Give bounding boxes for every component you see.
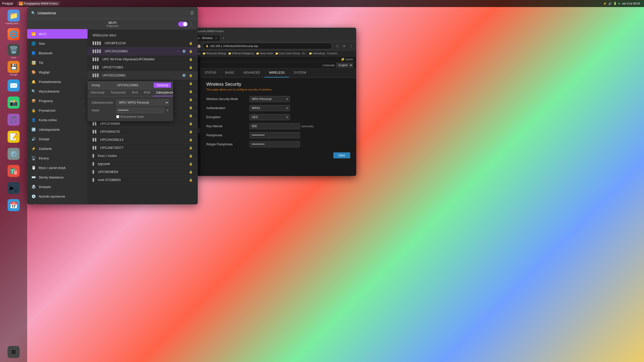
popup-tab-ipv6[interactable]: IPv6: [141, 89, 153, 96]
popup-tab-ipv4[interactable]: IPv4: [129, 89, 141, 96]
network-item-upc501233881[interactable]: ▋▋▋ UPC501233881 ⚙️ 🔒: [88, 71, 198, 79]
signal-icon-1: ▋▋▋▋: [93, 41, 102, 45]
taskbar-network-icon[interactable]: ⚡: [603, 2, 607, 5]
sidebar-item-removable[interactable]: 💿 Nośniki wymienne: [27, 192, 88, 201]
router-save-button[interactable]: Save: [333, 152, 350, 158]
wifi-toggle[interactable]: [178, 22, 188, 27]
photos-icon: 📸: [8, 97, 20, 109]
popup-connect-button[interactable]: Zastosuj: [154, 83, 171, 88]
popup-security-select[interactable]: WPA i WPA2 Personal: [116, 100, 169, 106]
router-tab-system[interactable]: SYSTEM: [289, 68, 310, 77]
sidebar-item-appearance[interactable]: 🎨 Wygląd: [27, 67, 88, 77]
popup-show-password-checkbox[interactable]: [116, 115, 119, 118]
browser-menu-button[interactable]: ⋮: [348, 43, 354, 49]
router-tab-basic[interactable]: BASIC: [221, 68, 239, 77]
router-tab-status[interactable]: STATUS: [200, 68, 221, 77]
dock-item-home[interactable]: 📁 Katalog domowy: [6, 9, 22, 25]
sidebar-item-color[interactable]: 🌈 Kolor: [27, 201, 88, 204]
key-interval-input[interactable]: [250, 123, 300, 129]
sidebar-item-sound[interactable]: 🔊 Dźwięk: [27, 134, 88, 144]
sidebar-item-displays[interactable]: 🖥️ Ekrany: [27, 153, 88, 163]
bookmark-news[interactable]: 📁 News feeds: [256, 52, 273, 55]
passphrase-input[interactable]: [250, 132, 300, 138]
language-select[interactable]: English: [336, 63, 353, 67]
network-settings-icon-5[interactable]: ⚙️: [182, 74, 186, 77]
browser-url-bar[interactable]: 🔒 192.168.1.1/Wireless5GHzSecurity.asp: [203, 43, 332, 49]
popup-tab-zabezpieczenia[interactable]: Zabezpieczenia: [153, 89, 173, 96]
taskbar-app-firefox[interactable]: 🦊 Przeglądarka WWW Firefox: [17, 1, 60, 6]
network-item-upc244338113[interactable]: ▋▋ UPC244338113 🔒: [88, 136, 198, 144]
network-item-upc248718377[interactable]: ▋▋ UPC248718377 🔒: [88, 144, 198, 152]
sidebar-item-mouse[interactable]: 🖱️ Mysz i panel dotyk.: [27, 163, 88, 172]
sidebar-item-power[interactable]: ⚡ Zasilanie: [27, 144, 88, 153]
router-tab-wireless[interactable]: WIRELESS: [264, 68, 289, 77]
lock-icon-13: 🔒: [189, 138, 193, 142]
popup-password-input[interactable]: [116, 108, 164, 113]
bookmark-linux-users[interactable]: 📁 Linux Users Group - Gr...: [275, 52, 307, 55]
dock-item-notes[interactable]: 📝: [6, 129, 22, 145]
taskbar-battery-icon[interactable]: 🔋: [613, 2, 617, 5]
signal-icon-4: ▋▋▋: [93, 66, 99, 69]
wifi-menu-dots[interactable]: ⋮: [190, 22, 194, 26]
sidebar-item-network[interactable]: 🌐 Sieć: [27, 39, 88, 48]
browser-reader-icon[interactable]: ≡: [341, 43, 347, 49]
network-item-upc0044170[interactable]: ▋▋ UPC0044170 🔒: [88, 128, 198, 136]
sidebar-item-online-accounts[interactable]: 👤 Konta online: [27, 115, 88, 125]
dock-item-storage[interactable]: 💾 storage: [6, 60, 22, 76]
dock-item-settings[interactable]: ⚙️: [6, 146, 22, 162]
sidebar-item-notifications[interactable]: 🔔 Powiadomienia: [27, 77, 88, 86]
network-item-upc-wifi-free[interactable]: ▋▋▋ UPC Wi-Free #SprawdzUPCMobile! 🔒: [88, 55, 198, 63]
sidebar-item-search[interactable]: 🔍 Wyszukiwanie: [27, 86, 88, 96]
dock-item-photos[interactable]: 📸: [6, 95, 22, 111]
security-mode-select[interactable]: WPA-Personal: [250, 96, 290, 102]
network-item-upc5829ee6[interactable]: ▋ UPC5829EE6 🔒: [88, 168, 198, 176]
bookmark-networking[interactable]: 📁 networking - Connecti...: [309, 52, 339, 55]
router-page-desc: This page allows you to configure securi…: [206, 88, 350, 91]
dock-item-music[interactable]: 🎵: [6, 112, 22, 128]
popup-tab-informacje[interactable]: Informacje: [88, 89, 108, 96]
browser-tab-close-button[interactable]: ✕: [215, 37, 217, 39]
browser-new-tab-button[interactable]: +: [220, 35, 226, 41]
sidebar-item-bluetooth[interactable]: 🔵 Bluetooth: [27, 48, 88, 58]
settings-menu-icon[interactable]: ☰: [190, 11, 194, 15]
settings-search-icon[interactable]: 🔍: [31, 11, 35, 15]
bookmark-ai[interactable]: 📁 Artificial Intelligence: [228, 52, 254, 55]
dock-item-apps[interactable]: ⊞: [6, 344, 22, 360]
password-reveal-icon[interactable]: 👁: [166, 109, 169, 112]
popup-cancel-button[interactable]: Anuluj: [90, 83, 102, 87]
router-tab-advanced[interactable]: ADVANCED: [239, 68, 265, 77]
dock-item-mail[interactable]: ✉️: [6, 77, 22, 94]
sidebar-item-keyboard[interactable]: ⌨️ Skróty klawiature: [27, 172, 88, 182]
bookmark-folder-icon-5: 📁: [256, 52, 259, 55]
retype-passphrase-input[interactable]: [250, 141, 300, 147]
sidebar-item-background[interactable]: 🖼️ Tło: [27, 58, 88, 67]
taskbar-sound-icon[interactable]: 🔊: [608, 2, 612, 5]
dock-item-calendar[interactable]: 📅: [6, 197, 22, 213]
dock-item-firefox[interactable]: 🌐: [6, 26, 22, 42]
dock-item-terminal[interactable]: ▶_: [6, 180, 22, 196]
url-text[interactable]: 192.168.1.1/Wireless5GHzSecurity.asp: [210, 44, 329, 48]
sidebar-item-sharing[interactable]: ↗️ Udostępnianie: [27, 125, 88, 134]
network-settings-icon[interactable]: ⚙️: [182, 50, 186, 53]
network-item-kosc[interactable]: ▋ Kosc i Uszko 🔒: [88, 152, 198, 160]
sidebar-item-wifi[interactable]: 📶 Wi-Fi: [27, 29, 88, 39]
encryption-select[interactable]: AES: [250, 114, 290, 120]
network-item-tygrysek[interactable]: ▋ tygrysek 🔒: [88, 160, 198, 168]
network-item-upcbfe1c34[interactable]: ▋▋▋▋ UPCBFE1C34 🔒: [88, 39, 198, 47]
browser-bookmark-icon[interactable]: ☆: [334, 43, 340, 49]
bookmark-molecular-biology[interactable]: 📁 Molecular Biology: [203, 52, 226, 55]
connected-check-icon: ✓: [177, 50, 179, 53]
network-item-upc241233881[interactable]: ▋▋▋▋ UPC241233881 ✓ ⚙️ 🔒: [88, 47, 198, 55]
network-name-12: UPC0044170: [100, 130, 186, 133]
sidebar-item-apps[interactable]: 📦 Programy ›: [27, 96, 88, 106]
dock-item-trash[interactable]: 🗑️ Kosz: [6, 43, 22, 59]
sidebar-item-printers[interactable]: 🖨️ Drukarki: [27, 182, 88, 192]
network-item-vnet-3710b85g[interactable]: ▋ vnet-3710B85G 🔒: [88, 176, 198, 184]
dock-item-software[interactable]: 🛍️: [6, 163, 22, 179]
authentication-select[interactable]: WPA2: [250, 105, 290, 111]
sidebar-item-privacy[interactable]: 🔒 Prywatność ›: [27, 106, 88, 115]
network-item-upc677c8b3[interactable]: ▋▋▋ UPC677C8B3 🔒: [88, 63, 198, 71]
sidebar-wifi-label: Wi-Fi: [39, 32, 46, 36]
encryption-control: AES ▼: [250, 114, 290, 120]
popup-tab-tozsamosc[interactable]: Tożsamość: [108, 89, 129, 96]
